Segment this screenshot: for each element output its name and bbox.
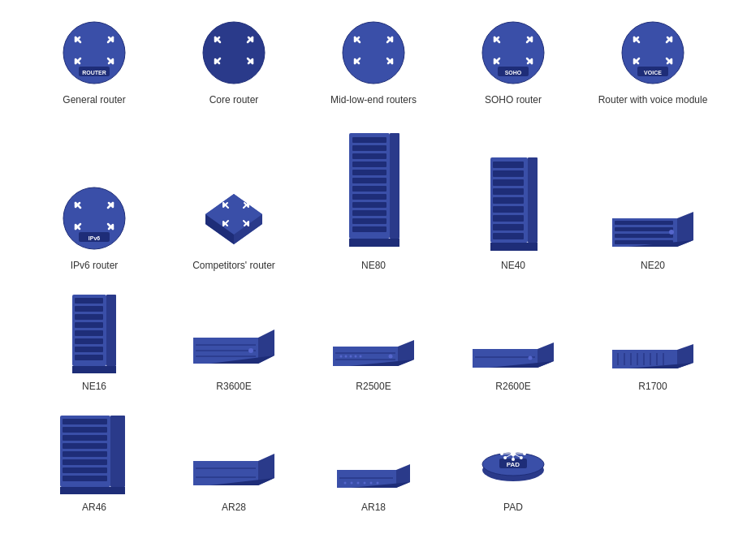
label-competitors-router: Competitors' router (192, 260, 275, 282)
icon-ar18[interactable] (333, 460, 414, 497)
icon-r2500e[interactable] (329, 335, 418, 376)
svg-rect-73 (493, 188, 524, 195)
item-ar46: AR46 (24, 411, 164, 524)
item-core-router: Core router (164, 16, 304, 117)
svg-rect-77 (493, 224, 524, 230)
item-ar18: AR18 (304, 411, 443, 524)
svg-point-154 (357, 482, 360, 485)
svg-rect-94 (75, 330, 103, 336)
svg-rect-78 (493, 233, 524, 239)
icon-core-router[interactable] (197, 16, 270, 89)
svg-point-113 (350, 355, 352, 358)
svg-point-170 (503, 456, 507, 459)
svg-point-174 (503, 448, 507, 451)
svg-point-166 (520, 456, 523, 459)
svg-rect-84 (615, 234, 673, 238)
svg-point-115 (360, 355, 362, 358)
label-mid-low-router: Mid-low-end routers (330, 94, 417, 117)
svg-point-112 (345, 355, 348, 358)
svg-point-178 (520, 448, 523, 451)
item-ipv6-router: IPv6 IPv6 router (24, 125, 164, 282)
item-r2500e: R2500E (304, 291, 443, 403)
svg-point-153 (351, 482, 353, 485)
label-ar28: AR28 (222, 502, 246, 524)
svg-rect-56 (352, 145, 386, 151)
icon-ne80[interactable] (341, 125, 406, 255)
svg-rect-57 (352, 153, 386, 159)
label-soho-router: SOHO router (485, 94, 542, 117)
label-ne16: NE16 (82, 381, 106, 403)
svg-text:VOICE: VOICE (644, 70, 662, 75)
item-r2600e: R2600E (443, 291, 583, 403)
icon-voice-router[interactable]: VOICE (616, 16, 689, 89)
svg-rect-62 (352, 194, 386, 200)
svg-point-155 (364, 482, 366, 485)
item-mid-low-router: Mid-low-end routers (304, 16, 443, 117)
svg-rect-60 (352, 178, 386, 183)
icon-competitors-router[interactable] (197, 190, 270, 255)
icon-ar28[interactable] (189, 448, 279, 497)
icon-pad[interactable]: PAD (477, 436, 550, 497)
icon-mid-low-router[interactable] (337, 16, 410, 89)
label-r1700: R1700 (638, 381, 667, 403)
svg-point-120 (529, 356, 533, 360)
item-r3600e: R3600E (164, 291, 304, 403)
icon-ipv6-router[interactable]: IPv6 (58, 182, 131, 255)
label-r2500e: R2500E (356, 381, 391, 403)
label-core-router: Core router (209, 94, 259, 117)
icon-r1700[interactable] (608, 342, 697, 376)
svg-rect-137 (63, 435, 107, 441)
svg-point-156 (370, 482, 373, 485)
svg-rect-70 (493, 162, 524, 168)
svg-rect-68 (528, 157, 538, 243)
svg-rect-135 (63, 419, 107, 424)
svg-rect-136 (63, 427, 107, 433)
icon-ne20[interactable] (608, 210, 697, 255)
icon-ne16[interactable] (66, 291, 123, 376)
icon-r3600e[interactable] (189, 323, 279, 376)
svg-rect-71 (493, 170, 524, 177)
label-pad: PAD (503, 502, 523, 524)
svg-rect-69 (490, 243, 538, 251)
item-pad: PAD PAD (443, 411, 583, 524)
svg-rect-83 (615, 227, 673, 231)
svg-rect-139 (63, 451, 107, 457)
svg-rect-92 (75, 314, 103, 320)
svg-rect-53 (390, 133, 399, 239)
svg-rect-64 (352, 210, 386, 216)
svg-rect-72 (493, 179, 524, 186)
svg-rect-75 (493, 206, 524, 213)
item-ne20: NE20 (583, 125, 723, 282)
svg-rect-76 (493, 215, 524, 222)
svg-rect-59 (352, 170, 386, 175)
svg-rect-97 (75, 355, 103, 360)
svg-rect-134 (60, 487, 125, 494)
svg-rect-66 (352, 226, 386, 232)
svg-rect-141 (63, 467, 107, 473)
svg-rect-82 (615, 221, 673, 225)
icon-ar46[interactable] (56, 411, 133, 497)
svg-rect-93 (75, 322, 103, 328)
item-r1700: R1700 (583, 291, 723, 403)
icon-r2600e[interactable] (468, 339, 558, 376)
item-ne80: NE80 (304, 125, 443, 282)
icon-general-router[interactable]: ROUTER (58, 16, 131, 89)
label-ne20: NE20 (641, 260, 665, 282)
item-voice-router: VOICE Router with voice module (583, 16, 723, 117)
svg-text:IPv6: IPv6 (89, 235, 101, 241)
svg-rect-88 (106, 295, 116, 366)
label-ne80: NE80 (361, 260, 386, 282)
svg-rect-65 (352, 218, 386, 224)
svg-text:SOHO: SOHO (505, 70, 522, 75)
item-soho-router: SOHO SOHO router (443, 16, 583, 117)
svg-rect-55 (352, 137, 386, 143)
svg-text:PAD: PAD (507, 461, 520, 468)
svg-rect-63 (352, 202, 386, 208)
svg-rect-58 (352, 162, 386, 167)
item-ne40: NE40 (443, 125, 583, 282)
svg-point-104 (248, 348, 253, 353)
icon-ne40[interactable] (481, 149, 546, 255)
svg-rect-90 (75, 298, 103, 304)
svg-point-111 (340, 355, 343, 358)
icon-soho-router[interactable]: SOHO (477, 16, 550, 89)
